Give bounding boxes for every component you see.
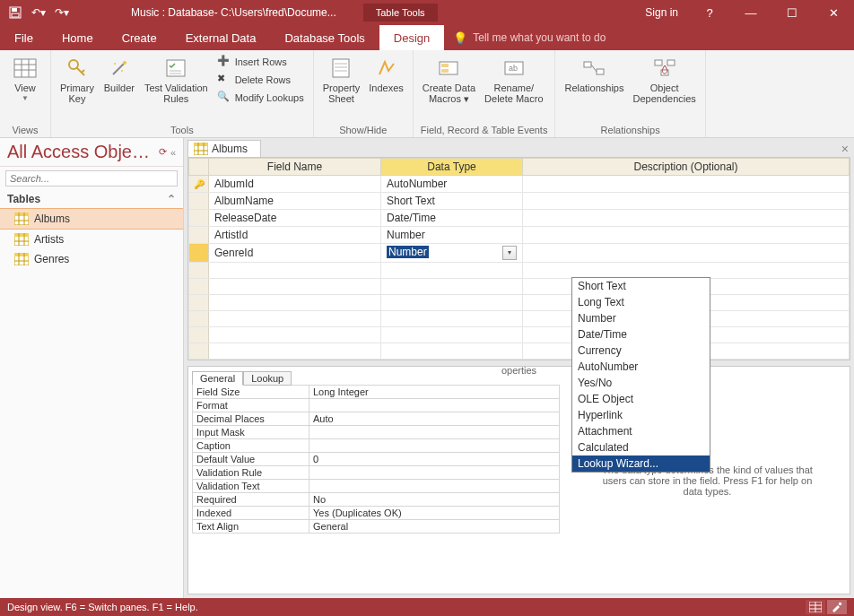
data-type-cell[interactable]: Number▾	[381, 244, 523, 263]
sign-in-link[interactable]: Sign in	[634, 6, 689, 19]
undo-icon[interactable]: ↶▾	[29, 3, 48, 22]
dropdown-option[interactable]: Date/Time	[572, 326, 710, 343]
tab-file[interactable]: File	[0, 25, 48, 50]
description-cell[interactable]	[523, 263, 850, 279]
row-selector[interactable]	[189, 210, 209, 227]
close-window-icon[interactable]: ✕	[813, 0, 854, 25]
nav-item-genres[interactable]: Genres	[0, 249, 183, 269]
row-selector[interactable]	[189, 311, 209, 327]
dropdown-option[interactable]: Hyperlink	[572, 407, 710, 423]
dropdown-option[interactable]: Short Text	[572, 278, 710, 294]
dropdown-option[interactable]: Yes/No	[572, 375, 710, 391]
minimize-icon[interactable]: —	[730, 0, 771, 25]
prop-value[interactable]: 0	[309, 453, 560, 466]
tab-design[interactable]: Design	[379, 25, 444, 50]
data-type-cell[interactable]	[381, 311, 523, 327]
view-button[interactable]: View ▼	[7, 54, 43, 105]
col-header-description[interactable]: Description (Optional)	[523, 159, 850, 176]
relationships-button[interactable]: Relationships	[562, 54, 625, 106]
property-sheet-button[interactable]: Property Sheet	[321, 54, 362, 106]
field-name-cell[interactable]: ReleaseDate	[209, 210, 381, 227]
document-tab-albums[interactable]: Albums	[187, 140, 261, 157]
test-validation-button[interactable]: Test Validation Rules	[143, 54, 210, 106]
field-name-cell[interactable]: AlbumName	[209, 193, 381, 210]
primary-key-button[interactable]: Primary Key	[58, 54, 96, 106]
nav-item-albums[interactable]: Albums	[0, 208, 183, 230]
modify-lookups-button[interactable]: 🔍 Modify Lookups	[215, 90, 306, 106]
prop-value[interactable]	[309, 426, 560, 439]
field-design-grid[interactable]: Field Name Data Type Description (Option…	[188, 158, 850, 360]
description-cell[interactable]	[523, 244, 850, 263]
data-type-cell[interactable]: Short Text	[381, 193, 523, 210]
dropdown-option[interactable]: OLE Object	[572, 391, 710, 407]
data-type-cell[interactable]	[381, 343, 523, 360]
prop-tab-general[interactable]: General	[192, 371, 243, 386]
collapse-nav-icon[interactable]: «	[170, 147, 176, 158]
redo-icon[interactable]: ↷▾	[52, 3, 72, 22]
row-selector[interactable]	[189, 227, 209, 244]
field-name-cell[interactable]	[209, 343, 381, 360]
data-type-cell[interactable]: Number	[381, 227, 523, 244]
builder-button[interactable]: Builder	[101, 54, 137, 106]
tab-create[interactable]: Create	[108, 25, 171, 50]
dropdown-option[interactable]: AutoNumber	[572, 359, 710, 375]
insert-rows-button[interactable]: ➕ Insert Rows	[215, 54, 306, 70]
field-name-cell[interactable]	[209, 311, 381, 327]
data-type-cell[interactable]	[381, 295, 523, 311]
row-selector[interactable]	[189, 343, 209, 360]
description-cell[interactable]	[523, 227, 850, 244]
row-selector[interactable]	[189, 295, 209, 311]
object-dependencies-button[interactable]: Object Dependencies	[631, 54, 697, 106]
close-document-icon[interactable]: ×	[841, 142, 849, 156]
save-icon[interactable]	[5, 3, 25, 22]
help-icon[interactable]: ?	[689, 0, 730, 25]
field-name-cell[interactable]	[209, 327, 381, 343]
field-name-cell[interactable]: GenreId	[209, 244, 381, 263]
property-grid[interactable]: Field SizeLong IntegerFormatDecimal Plac…	[192, 385, 560, 534]
data-type-cell[interactable]	[381, 327, 523, 343]
tab-database-tools[interactable]: Database Tools	[270, 25, 379, 50]
data-type-cell[interactable]	[381, 263, 523, 279]
data-type-dropdown[interactable]: Short TextLong TextNumberDate/TimeCurren…	[571, 277, 710, 473]
row-selector[interactable]	[189, 193, 209, 210]
nav-search-input[interactable]	[5, 170, 178, 187]
field-name-cell[interactable]	[209, 263, 381, 279]
description-cell[interactable]	[523, 193, 850, 210]
prop-value[interactable]	[309, 399, 560, 412]
col-header-field-name[interactable]: Field Name	[209, 159, 381, 176]
tab-home[interactable]: Home	[48, 25, 108, 50]
prop-value[interactable]: No	[309, 493, 560, 507]
create-data-macros-button[interactable]: Create Data Macros ▾	[421, 54, 477, 106]
delete-rows-button[interactable]: ✖ Delete Rows	[215, 72, 306, 88]
row-selector[interactable]	[189, 263, 209, 279]
dropdown-option[interactable]: Currency	[572, 343, 710, 359]
rename-delete-macro-button[interactable]: ab Rename/ Delete Macro	[483, 54, 545, 106]
prop-value[interactable]: Long Integer	[309, 386, 560, 399]
indexes-button[interactable]: Indexes	[367, 54, 405, 106]
field-name-cell[interactable]: ArtistId	[209, 227, 381, 244]
dropdown-option[interactable]: Lookup Wizard...	[572, 455, 710, 472]
col-header-data-type[interactable]: Data Type	[381, 159, 523, 176]
prop-value[interactable]: Yes (Duplicates OK)	[309, 507, 560, 520]
description-cell[interactable]	[523, 176, 850, 193]
nav-title[interactable]: All Access Obje…	[7, 142, 159, 162]
dropdown-option[interactable]: Long Text	[572, 294, 710, 310]
dropdown-option[interactable]: Number	[572, 310, 710, 326]
dropdown-option[interactable]: Calculated	[572, 439, 710, 455]
tab-external-data[interactable]: External Data	[171, 25, 271, 50]
select-all-corner[interactable]	[189, 159, 209, 176]
nav-item-artists[interactable]: Artists	[0, 230, 183, 249]
data-type-cell[interactable]: Date/Time	[381, 210, 523, 227]
row-selector[interactable]	[189, 327, 209, 343]
data-type-cell[interactable]: AutoNumber	[381, 176, 523, 193]
refresh-icon[interactable]: ⟳	[159, 146, 167, 158]
description-cell[interactable]	[523, 210, 850, 227]
dropdown-button-icon[interactable]: ▾	[502, 246, 517, 260]
field-name-cell[interactable]	[209, 295, 381, 311]
view-datasheet-icon[interactable]	[806, 600, 825, 614]
row-selector[interactable]	[189, 279, 209, 295]
nav-group-tables[interactable]: Tables ⌃	[0, 190, 183, 208]
prop-value[interactable]	[309, 466, 560, 480]
maximize-icon[interactable]: ☐	[771, 0, 813, 25]
prop-value[interactable]: Auto	[309, 412, 560, 426]
